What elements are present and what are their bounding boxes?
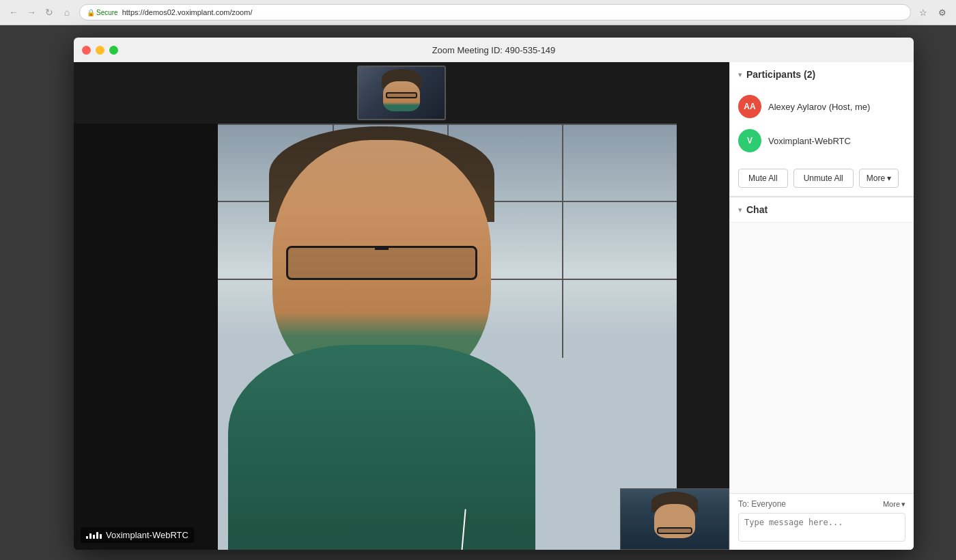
chat-chevron-icon: ▾	[738, 206, 742, 214]
bottom-glasses	[657, 527, 692, 534]
chat-messages	[730, 223, 914, 493]
reload-button[interactable]: ↻	[41, 4, 57, 20]
minimize-button[interactable]	[96, 46, 104, 55]
thumbnail-strip	[74, 62, 729, 124]
participant-actions: Mute All Unmute All More ▾	[730, 160, 914, 196]
chat-more-button[interactable]: More ▾	[883, 500, 905, 509]
participants-section: ▾ Participants (2) AA Alexey Aylarov (Ho…	[730, 62, 914, 197]
video-background: Voximplant-WebRTC	[74, 124, 729, 550]
maximize-button[interactable]	[109, 46, 118, 55]
thumbnail-self[interactable]	[357, 66, 446, 120]
bottom-thumb-person	[651, 492, 699, 546]
participants-list: AA Alexey Aylarov (Host, me) V Voximplan…	[730, 87, 914, 160]
bottom-right-thumbnail[interactable]	[620, 488, 729, 550]
host-name: Alexey Aylarov (Host, me)	[768, 102, 870, 112]
speaker-name: Voximplant-WebRTC	[106, 530, 188, 540]
side-dark-right	[677, 124, 729, 550]
person-glasses	[286, 246, 477, 280]
bottom-thumb-bg	[621, 489, 729, 549]
lock-icon: 🔒	[87, 9, 95, 16]
chat-to-label: To: Everyone	[738, 499, 786, 509]
participant-webrtc: V Voximplant-WebRTC	[730, 124, 914, 158]
browser-toolbar: ← → ↻ ⌂ 🔒 Secure https://demos02.voximpl…	[0, 0, 956, 25]
person-video	[184, 140, 580, 550]
audio-bar-3	[93, 535, 95, 539]
bookmark-button[interactable]: ☆	[915, 4, 931, 20]
forward-button[interactable]: →	[23, 4, 40, 20]
webrtc-avatar: V	[738, 129, 761, 152]
chat-input[interactable]	[738, 513, 905, 542]
audio-bar-1	[86, 536, 88, 539]
host-avatar: AA	[738, 95, 761, 118]
person-body	[228, 345, 535, 550]
browser-actions: ☆ ⚙	[915, 4, 951, 20]
url-text: https://demos02.voximplant.com/zoom/	[122, 8, 253, 16]
thumb-glasses	[386, 92, 417, 98]
right-panel: ▾ Participants (2) AA Alexey Aylarov (Ho…	[729, 62, 914, 550]
app-window: Zoom Meeting ID: 490-535-149	[74, 38, 914, 550]
address-bar[interactable]: 🔒 Secure https://demos02.voximplant.com/…	[79, 4, 911, 20]
thumbnail-inner	[358, 67, 445, 119]
participants-more-button[interactable]: More ▾	[859, 169, 899, 188]
participants-title: Participants (2)	[746, 69, 905, 80]
webrtc-name: Voximplant-WebRTC	[768, 136, 851, 146]
audio-bar-4	[96, 532, 98, 539]
content-area: Voximplant-WebRTC	[74, 62, 914, 550]
chat-to-row: To: Everyone More ▾	[738, 499, 905, 509]
chat-header[interactable]: ▾ Chat	[730, 197, 914, 223]
audio-bars	[86, 532, 102, 539]
unmute-all-button[interactable]: Unmute All	[793, 169, 854, 188]
audio-bar-5	[100, 534, 102, 539]
chat-title: Chat	[746, 204, 905, 215]
home-button[interactable]: ⌂	[59, 4, 75, 20]
mute-all-button[interactable]: Mute All	[738, 169, 788, 188]
audio-bar-2	[89, 533, 92, 539]
back-button[interactable]: ←	[5, 4, 22, 20]
participants-header[interactable]: ▾ Participants (2)	[730, 62, 914, 87]
participants-chevron-icon: ▾	[738, 70, 742, 79]
window-title: Zoom Meeting ID: 490-535-149	[432, 45, 556, 55]
chat-footer: To: Everyone More ▾	[730, 493, 914, 550]
main-video-feed: Voximplant-WebRTC	[74, 124, 729, 550]
chat-section: ▾ Chat To: Everyone More ▾	[730, 197, 914, 550]
browser-chrome: ← → ↻ ⌂ 🔒 Secure https://demos02.voximpl…	[0, 0, 956, 25]
secure-badge: 🔒 Secure	[87, 9, 118, 16]
thumb-face-container	[381, 69, 422, 117]
title-bar: Zoom Meeting ID: 490-535-149	[74, 38, 914, 62]
main-video-area: Voximplant-WebRTC	[74, 62, 729, 550]
participant-host: AA Alexey Aylarov (Host, me)	[730, 89, 914, 124]
nav-buttons: ← → ↻ ⌂	[5, 4, 75, 20]
thumb-face-skin	[383, 81, 420, 111]
settings-button[interactable]: ⚙	[934, 4, 951, 20]
window-controls	[82, 46, 118, 55]
close-button[interactable]	[82, 46, 91, 55]
bottom-face	[654, 504, 695, 538]
video-name-label: Voximplant-WebRTC	[81, 527, 194, 543]
earbud-wire	[453, 509, 466, 550]
